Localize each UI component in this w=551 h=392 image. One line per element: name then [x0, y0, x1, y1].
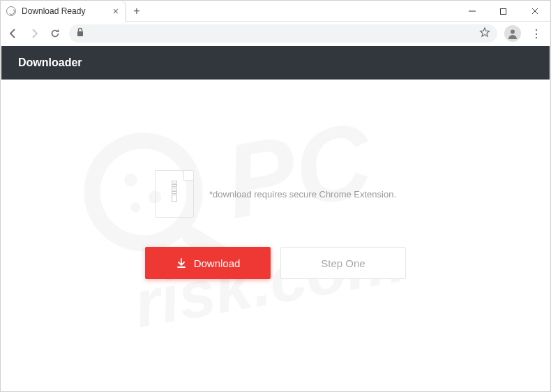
maximize-button[interactable]	[488, 1, 519, 22]
button-row: Download Step One	[145, 247, 406, 279]
titlebar: Download Ready × +	[1, 1, 550, 22]
svg-rect-1	[501, 8, 506, 14]
lock-icon	[76, 27, 84, 40]
close-tab-button[interactable]: ×	[112, 6, 120, 17]
tab-download-ready[interactable]: Download Ready ×	[1, 1, 126, 22]
window-controls	[456, 1, 550, 21]
page-viewport: PC risk.com Downloader *download require…	[1, 46, 550, 391]
download-button[interactable]: Download	[145, 247, 271, 279]
close-window-button[interactable]	[519, 1, 550, 22]
reload-button[interactable]	[48, 27, 62, 40]
minimize-button[interactable]	[456, 1, 488, 22]
site-title: Downloader	[18, 56, 82, 69]
tab-title: Download Ready	[22, 6, 106, 16]
toolbar: ⋮	[1, 22, 550, 45]
globe-icon	[6, 6, 16, 16]
download-button-label: Download	[194, 257, 241, 269]
address-bar[interactable]	[69, 24, 497, 43]
menu-button[interactable]: ⋮	[528, 27, 545, 40]
profile-avatar[interactable]	[504, 25, 521, 42]
svg-rect-4	[77, 31, 83, 36]
bookmark-star-icon[interactable]	[479, 27, 490, 40]
site-header: Downloader	[1, 46, 550, 80]
svg-point-5	[511, 30, 515, 34]
page-content: *download requires secure Chrome Extensi…	[1, 80, 550, 279]
new-tab-button[interactable]: +	[126, 1, 147, 21]
forward-button[interactable]	[27, 27, 41, 40]
notice-text: *download requires secure Chrome Extensi…	[209, 189, 396, 199]
notice-row: *download requires secure Chrome Extensi…	[155, 170, 396, 218]
step-one-button[interactable]: Step One	[280, 247, 406, 279]
zip-file-icon	[155, 170, 194, 218]
browser-window: Download Ready × + ⋮	[0, 0, 551, 392]
download-icon	[176, 257, 187, 269]
step-one-label: Step One	[321, 257, 365, 269]
address-input[interactable]	[90, 29, 474, 39]
back-button[interactable]	[6, 27, 20, 40]
